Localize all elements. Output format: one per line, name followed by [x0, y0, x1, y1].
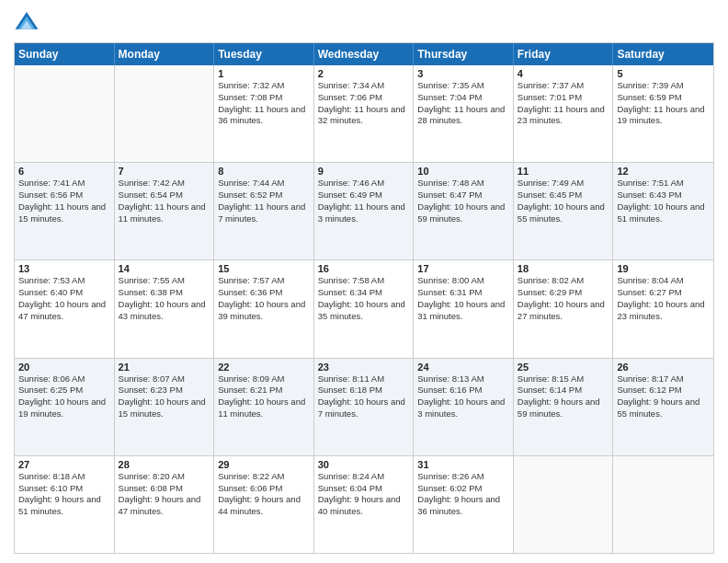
day-info: Sunrise: 7:58 AM Sunset: 6:34 PM Dayligh…	[318, 275, 410, 322]
day-info: Sunrise: 7:34 AM Sunset: 7:06 PM Dayligh…	[318, 80, 410, 127]
day-info: Sunrise: 8:06 AM Sunset: 6:25 PM Dayligh…	[18, 373, 110, 420]
cal-cell: 21Sunrise: 8:07 AM Sunset: 6:23 PM Dayli…	[115, 359, 215, 455]
cal-cell: 23Sunrise: 8:11 AM Sunset: 6:18 PM Dayli…	[314, 359, 415, 455]
day-info: Sunrise: 7:39 AM Sunset: 6:59 PM Dayligh…	[617, 80, 710, 127]
week-row-3: 13Sunrise: 7:53 AM Sunset: 6:40 PM Dayli…	[15, 259, 713, 357]
day-number: 28	[119, 459, 210, 470]
day-number: 1	[218, 68, 310, 79]
day-number: 25	[518, 362, 609, 373]
day-number: 11	[518, 166, 609, 177]
cal-cell: 11Sunrise: 7:49 AM Sunset: 6:45 PM Dayli…	[514, 163, 614, 259]
cal-cell: 31Sunrise: 8:26 AM Sunset: 6:02 PM Dayli…	[414, 456, 514, 553]
header-cell-tuesday: Tuesday	[214, 43, 314, 65]
day-info: Sunrise: 7:48 AM Sunset: 6:47 PM Dayligh…	[417, 178, 509, 224]
cal-cell: 12Sunrise: 7:51 AM Sunset: 6:43 PM Dayli…	[613, 163, 713, 259]
header-cell-friday: Friday	[514, 43, 614, 65]
day-info: Sunrise: 7:41 AM Sunset: 6:56 PM Dayligh…	[18, 178, 110, 224]
cal-cell: 3Sunrise: 7:35 AM Sunset: 7:04 PM Daylig…	[414, 65, 514, 162]
day-info: Sunrise: 8:04 AM Sunset: 6:27 PM Dayligh…	[617, 275, 710, 322]
day-info: Sunrise: 7:35 AM Sunset: 7:04 PM Dayligh…	[417, 80, 509, 127]
calendar: SundayMondayTuesdayWednesdayThursdayFrid…	[14, 42, 714, 554]
day-number: 12	[617, 166, 710, 177]
header-cell-sunday: Sunday	[15, 43, 115, 65]
cal-cell: 10Sunrise: 7:48 AM Sunset: 6:47 PM Dayli…	[414, 163, 514, 259]
cal-cell: 15Sunrise: 7:57 AM Sunset: 6:36 PM Dayli…	[214, 260, 314, 357]
cal-cell: 14Sunrise: 7:55 AM Sunset: 6:38 PM Dayli…	[115, 260, 215, 357]
day-info: Sunrise: 8:18 AM Sunset: 6:10 PM Dayligh…	[18, 471, 110, 518]
header	[14, 9, 714, 35]
header-cell-saturday: Saturday	[613, 43, 713, 65]
header-cell-wednesday: Wednesday	[314, 43, 415, 65]
cal-cell: 8Sunrise: 7:44 AM Sunset: 6:52 PM Daylig…	[214, 163, 314, 259]
cal-cell: 7Sunrise: 7:42 AM Sunset: 6:54 PM Daylig…	[115, 163, 215, 259]
day-info: Sunrise: 8:07 AM Sunset: 6:23 PM Dayligh…	[119, 373, 210, 420]
day-info: Sunrise: 8:13 AM Sunset: 6:16 PM Dayligh…	[417, 373, 509, 420]
cal-cell: 25Sunrise: 8:15 AM Sunset: 6:14 PM Dayli…	[514, 359, 614, 455]
day-number: 4	[518, 68, 609, 79]
day-number: 27	[18, 459, 110, 470]
day-number: 20	[18, 362, 110, 373]
cal-cell: 24Sunrise: 8:13 AM Sunset: 6:16 PM Dayli…	[414, 359, 514, 455]
day-number: 5	[617, 68, 710, 79]
day-number: 15	[218, 263, 310, 274]
week-row-2: 6Sunrise: 7:41 AM Sunset: 6:56 PM Daylig…	[15, 162, 713, 259]
header-cell-monday: Monday	[115, 43, 215, 65]
day-info: Sunrise: 7:44 AM Sunset: 6:52 PM Dayligh…	[218, 178, 310, 224]
cal-cell: 20Sunrise: 8:06 AM Sunset: 6:25 PM Dayli…	[15, 359, 115, 455]
day-number: 22	[218, 362, 310, 373]
day-info: Sunrise: 8:24 AM Sunset: 6:04 PM Dayligh…	[318, 471, 410, 518]
day-info: Sunrise: 7:32 AM Sunset: 7:08 PM Dayligh…	[218, 80, 310, 127]
cal-cell: 5Sunrise: 7:39 AM Sunset: 6:59 PM Daylig…	[613, 65, 713, 162]
cal-cell: 1Sunrise: 7:32 AM Sunset: 7:08 PM Daylig…	[214, 65, 314, 162]
day-info: Sunrise: 8:15 AM Sunset: 6:14 PM Dayligh…	[518, 373, 609, 420]
cal-cell: 6Sunrise: 7:41 AM Sunset: 6:56 PM Daylig…	[15, 163, 115, 259]
day-info: Sunrise: 8:09 AM Sunset: 6:21 PM Dayligh…	[218, 373, 310, 420]
cal-cell	[613, 456, 713, 553]
day-number: 31	[417, 459, 509, 470]
cal-cell: 29Sunrise: 8:22 AM Sunset: 6:06 PM Dayli…	[214, 456, 314, 553]
day-info: Sunrise: 8:11 AM Sunset: 6:18 PM Dayligh…	[318, 373, 410, 420]
day-info: Sunrise: 8:20 AM Sunset: 6:08 PM Dayligh…	[119, 471, 210, 518]
cal-cell	[514, 456, 614, 553]
calendar-header-row: SundayMondayTuesdayWednesdayThursdayFrid…	[15, 43, 713, 65]
cal-cell: 9Sunrise: 7:46 AM Sunset: 6:49 PM Daylig…	[314, 163, 415, 259]
day-info: Sunrise: 7:57 AM Sunset: 6:36 PM Dayligh…	[218, 275, 310, 322]
calendar-body: 1Sunrise: 7:32 AM Sunset: 7:08 PM Daylig…	[15, 65, 713, 553]
day-number: 3	[417, 68, 509, 79]
day-info: Sunrise: 7:49 AM Sunset: 6:45 PM Dayligh…	[518, 178, 609, 224]
day-info: Sunrise: 7:51 AM Sunset: 6:43 PM Dayligh…	[617, 178, 710, 224]
day-number: 19	[617, 263, 710, 274]
day-number: 16	[318, 263, 410, 274]
week-row-1: 1Sunrise: 7:32 AM Sunset: 7:08 PM Daylig…	[15, 65, 713, 162]
header-cell-thursday: Thursday	[414, 43, 514, 65]
cal-cell: 17Sunrise: 8:00 AM Sunset: 6:31 PM Dayli…	[414, 260, 514, 357]
day-number: 9	[318, 166, 410, 177]
cal-cell: 2Sunrise: 7:34 AM Sunset: 7:06 PM Daylig…	[314, 65, 415, 162]
day-number: 8	[218, 166, 310, 177]
day-number: 23	[318, 362, 410, 373]
day-number: 13	[18, 263, 110, 274]
day-number: 24	[417, 362, 509, 373]
page: SundayMondayTuesdayWednesdayThursdayFrid…	[0, 0, 728, 563]
day-number: 26	[617, 362, 710, 373]
cal-cell: 13Sunrise: 7:53 AM Sunset: 6:40 PM Dayli…	[15, 260, 115, 357]
day-info: Sunrise: 7:42 AM Sunset: 6:54 PM Dayligh…	[119, 178, 210, 224]
day-info: Sunrise: 7:55 AM Sunset: 6:38 PM Dayligh…	[119, 275, 210, 322]
logo	[14, 9, 43, 35]
cal-cell: 18Sunrise: 8:02 AM Sunset: 6:29 PM Dayli…	[514, 260, 614, 357]
cal-cell: 30Sunrise: 8:24 AM Sunset: 6:04 PM Dayli…	[314, 456, 415, 553]
cal-cell	[15, 65, 115, 162]
day-info: Sunrise: 7:37 AM Sunset: 7:01 PM Dayligh…	[518, 80, 609, 127]
cal-cell: 16Sunrise: 7:58 AM Sunset: 6:34 PM Dayli…	[314, 260, 415, 357]
cal-cell: 4Sunrise: 7:37 AM Sunset: 7:01 PM Daylig…	[514, 65, 614, 162]
day-number: 2	[318, 68, 410, 79]
cal-cell	[115, 65, 215, 162]
day-number: 18	[518, 263, 609, 274]
cal-cell: 19Sunrise: 8:04 AM Sunset: 6:27 PM Dayli…	[613, 260, 713, 357]
day-info: Sunrise: 7:46 AM Sunset: 6:49 PM Dayligh…	[318, 178, 410, 224]
day-number: 21	[119, 362, 210, 373]
day-number: 6	[18, 166, 110, 177]
day-info: Sunrise: 7:53 AM Sunset: 6:40 PM Dayligh…	[18, 275, 110, 322]
day-number: 30	[318, 459, 410, 470]
day-info: Sunrise: 8:17 AM Sunset: 6:12 PM Dayligh…	[617, 373, 710, 420]
